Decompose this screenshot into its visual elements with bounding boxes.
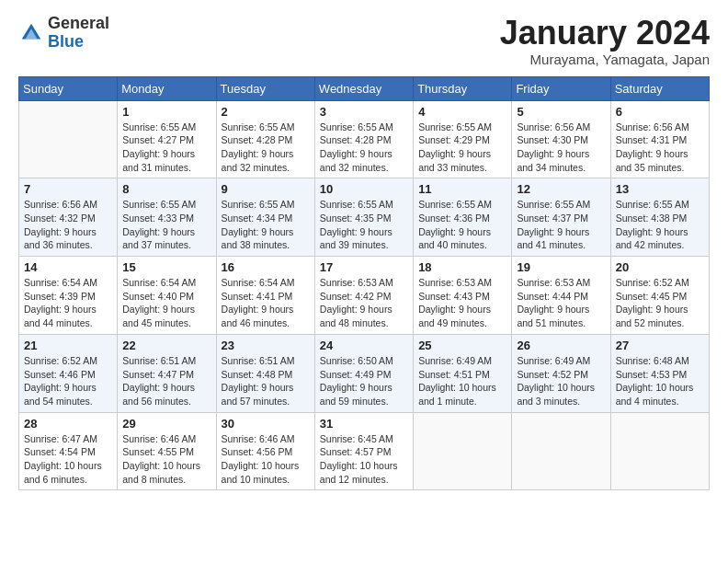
day-number: 30 [222,417,310,431]
calendar-cell [414,412,512,490]
calendar-cell: 28Sunrise: 6:47 AMSunset: 4:54 PMDayligh… [19,412,118,490]
calendar-cell: 2Sunrise: 6:55 AMSunset: 4:28 PMDaylight… [216,100,314,178]
day-info: Sunrise: 6:47 AMSunset: 4:54 PMDaylight:… [24,432,112,487]
day-info: Sunrise: 6:46 AMSunset: 4:56 PMDaylight:… [222,432,310,487]
day-info: Sunrise: 6:49 AMSunset: 4:52 PMDaylight:… [517,354,605,408]
day-number: 23 [222,339,310,352]
day-info: Sunrise: 6:55 AMSunset: 4:28 PMDaylight:… [222,121,310,175]
day-info: Sunrise: 6:54 AMSunset: 4:40 PMDaylight:… [122,276,210,330]
day-number: 3 [320,105,408,119]
day-info: Sunrise: 6:48 AMSunset: 4:53 PMDaylight:… [616,354,704,408]
day-number: 14 [24,260,112,274]
day-number: 31 [320,417,408,431]
day-info: Sunrise: 6:55 AMSunset: 4:28 PMDaylight:… [320,121,408,175]
day-info: Sunrise: 6:55 AMSunset: 4:35 PMDaylight:… [320,198,408,252]
day-number: 21 [24,339,112,352]
header: General Blue January 2024 Murayama, Yama… [18,15,710,67]
day-number: 27 [616,339,704,352]
day-number: 26 [517,339,605,352]
day-number: 2 [222,105,310,119]
day-number: 20 [616,260,704,274]
day-info: Sunrise: 6:49 AMSunset: 4:51 PMDaylight:… [418,354,506,408]
day-info: Sunrise: 6:52 AMSunset: 4:46 PMDaylight:… [24,354,112,408]
calendar-cell: 15Sunrise: 6:54 AMSunset: 4:40 PMDayligh… [118,257,216,335]
day-number: 19 [517,260,605,274]
day-number: 9 [222,182,310,196]
calendar-cell: 31Sunrise: 6:45 AMSunset: 4:57 PMDayligh… [314,412,413,490]
calendar-cell: 13Sunrise: 6:55 AMSunset: 4:38 PMDayligh… [610,178,709,257]
calendar-cell: 16Sunrise: 6:54 AMSunset: 4:41 PMDayligh… [216,257,314,335]
calendar-cell [19,100,118,178]
calendar-cell: 8Sunrise: 6:55 AMSunset: 4:33 PMDaylight… [118,178,216,257]
day-number: 11 [418,182,506,196]
day-info: Sunrise: 6:51 AMSunset: 4:48 PMDaylight:… [222,354,310,408]
week-row-3: 14Sunrise: 6:54 AMSunset: 4:39 PMDayligh… [19,257,710,335]
calendar-cell [512,412,610,490]
calendar-cell: 23Sunrise: 6:51 AMSunset: 4:48 PMDayligh… [216,334,314,412]
day-number: 17 [320,260,408,274]
day-header-tuesday: Tuesday [216,76,314,100]
day-number: 12 [517,182,605,196]
calendar-cell: 26Sunrise: 6:49 AMSunset: 4:52 PMDayligh… [512,334,610,412]
calendar-cell: 5Sunrise: 6:56 AMSunset: 4:30 PMDaylight… [512,100,610,178]
day-info: Sunrise: 6:55 AMSunset: 4:33 PMDaylight:… [122,198,210,252]
day-info: Sunrise: 6:56 AMSunset: 4:32 PMDaylight:… [24,198,112,252]
calendar-cell: 18Sunrise: 6:53 AMSunset: 4:43 PMDayligh… [414,257,512,335]
day-info: Sunrise: 6:45 AMSunset: 4:57 PMDaylight:… [320,432,408,487]
day-info: Sunrise: 6:52 AMSunset: 4:45 PMDaylight:… [616,276,704,330]
calendar-cell: 3Sunrise: 6:55 AMSunset: 4:28 PMDaylight… [314,100,413,178]
calendar-cell: 24Sunrise: 6:50 AMSunset: 4:49 PMDayligh… [314,334,413,412]
day-header-saturday: Saturday [610,76,709,100]
day-info: Sunrise: 6:53 AMSunset: 4:44 PMDaylight:… [517,276,605,330]
calendar-cell: 25Sunrise: 6:49 AMSunset: 4:51 PMDayligh… [414,334,512,412]
day-number: 4 [418,105,506,119]
calendar-cell: 19Sunrise: 6:53 AMSunset: 4:44 PMDayligh… [512,257,610,335]
logo-general-text: General [48,15,109,33]
month-year: January 2024 [500,15,710,52]
day-number: 13 [616,182,704,196]
day-number: 7 [24,182,112,196]
day-info: Sunrise: 6:56 AMSunset: 4:31 PMDaylight:… [616,121,704,175]
day-info: Sunrise: 6:55 AMSunset: 4:36 PMDaylight:… [418,198,506,252]
calendar-cell: 29Sunrise: 6:46 AMSunset: 4:55 PMDayligh… [118,412,216,490]
day-number: 10 [320,182,408,196]
calendar-cell: 22Sunrise: 6:51 AMSunset: 4:47 PMDayligh… [118,334,216,412]
day-header-wednesday: Wednesday [314,76,413,100]
logo-text: General Blue [48,15,109,52]
day-info: Sunrise: 6:46 AMSunset: 4:55 PMDaylight:… [122,432,210,487]
calendar-cell [610,412,709,490]
calendar-cell: 10Sunrise: 6:55 AMSunset: 4:35 PMDayligh… [314,178,413,257]
day-info: Sunrise: 6:55 AMSunset: 4:27 PMDaylight:… [122,121,210,175]
day-info: Sunrise: 6:54 AMSunset: 4:39 PMDaylight:… [24,276,112,330]
day-number: 16 [222,260,310,274]
calendar-cell: 11Sunrise: 6:55 AMSunset: 4:36 PMDayligh… [414,178,512,257]
calendar-cell: 7Sunrise: 6:56 AMSunset: 4:32 PMDaylight… [19,178,118,257]
day-number: 24 [320,339,408,352]
day-number: 22 [122,339,210,352]
header-row: SundayMondayTuesdayWednesdayThursdayFrid… [19,76,710,100]
calendar-cell: 30Sunrise: 6:46 AMSunset: 4:56 PMDayligh… [216,412,314,490]
week-row-4: 21Sunrise: 6:52 AMSunset: 4:46 PMDayligh… [19,334,710,412]
day-number: 18 [418,260,506,274]
day-number: 6 [616,105,704,119]
day-header-sunday: Sunday [19,76,118,100]
day-number: 8 [122,182,210,196]
calendar-cell: 1Sunrise: 6:55 AMSunset: 4:27 PMDaylight… [118,100,216,178]
page: General Blue January 2024 Murayama, Yama… [0,0,728,500]
calendar: SundayMondayTuesdayWednesdayThursdayFrid… [18,76,710,491]
week-row-5: 28Sunrise: 6:47 AMSunset: 4:54 PMDayligh… [19,412,710,490]
calendar-cell: 9Sunrise: 6:55 AMSunset: 4:34 PMDaylight… [216,178,314,257]
title-block: January 2024 Murayama, Yamagata, Japan [500,15,710,67]
day-header-friday: Friday [512,76,610,100]
logo-blue-text: Blue [48,33,109,52]
day-info: Sunrise: 6:50 AMSunset: 4:49 PMDaylight:… [320,354,408,408]
day-info: Sunrise: 6:56 AMSunset: 4:30 PMDaylight:… [517,121,605,175]
logo-icon [18,20,44,46]
day-info: Sunrise: 6:55 AMSunset: 4:34 PMDaylight:… [222,198,310,252]
day-number: 28 [24,417,112,431]
calendar-cell: 21Sunrise: 6:52 AMSunset: 4:46 PMDayligh… [19,334,118,412]
calendar-cell: 6Sunrise: 6:56 AMSunset: 4:31 PMDaylight… [610,100,709,178]
day-info: Sunrise: 6:55 AMSunset: 4:38 PMDaylight:… [616,198,704,252]
day-number: 15 [122,260,210,274]
day-number: 25 [418,339,506,352]
